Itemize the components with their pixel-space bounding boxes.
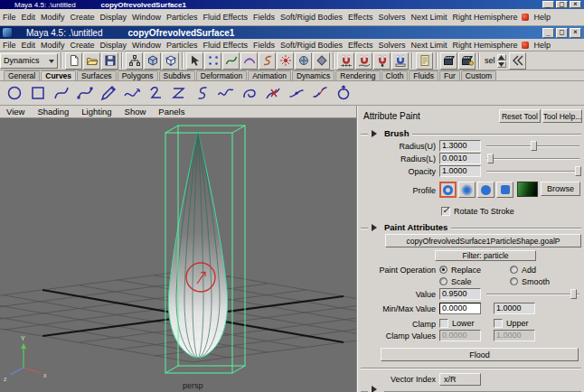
shelf-tab-dynamics[interactable]: Dynamics — [292, 70, 334, 80]
snap-curve-icon[interactable] — [355, 52, 372, 70]
menu-effects[interactable]: Effects — [345, 13, 375, 22]
radius-l-slider[interactable] — [486, 153, 579, 164]
detach-curve-icon[interactable] — [308, 82, 331, 104]
snap-point-icon[interactable] — [373, 52, 391, 70]
profile-square-button[interactable] — [496, 182, 513, 198]
clamp-upper-checkbox[interactable] — [494, 319, 503, 328]
menu-soft-rigid-bodies[interactable]: Soft/Rigid Bodies — [278, 13, 345, 22]
ui-collapse-icon[interactable] — [509, 52, 526, 70]
select-object-icon[interactable] — [144, 52, 161, 70]
menu-help[interactable]: Help — [531, 41, 553, 50]
render-frame-icon[interactable] — [440, 52, 457, 70]
collapse-arrow-icon[interactable] — [372, 130, 381, 137]
select-hierarchy-icon[interactable] — [126, 52, 143, 70]
spiral-curve-icon[interactable] — [238, 82, 260, 104]
close-button[interactable]: × — [570, 1, 581, 8]
min-value-field[interactable]: 0.0000 — [439, 303, 481, 314]
rotate-to-stroke-checkbox[interactable]: ✓ — [441, 207, 450, 216]
menu-file[interactable]: File — [0, 13, 19, 22]
radius-u-slider[interactable] — [486, 140, 579, 152]
cv-curve-icon[interactable] — [50, 82, 72, 104]
menu-soft-rigid-bodies[interactable]: Soft/Rigid Bodies — [278, 41, 345, 50]
menu-fluid-effects[interactable]: Fluid Effects — [201, 13, 250, 22]
shelf-tab-rendering[interactable]: Rendering — [335, 70, 380, 80]
mask-deformations-icon[interactable] — [259, 52, 276, 70]
file-save-icon[interactable] — [101, 52, 118, 70]
filter-particle-button[interactable]: Filter: particle — [435, 250, 536, 261]
menu-right-hemisphere[interactable]: Right Hemisphere — [449, 41, 520, 50]
menu-window[interactable]: Window — [129, 41, 164, 50]
radius-u-field[interactable]: 1.3000 — [439, 140, 481, 152]
shelf-tab-fluids[interactable]: Fluids — [409, 70, 438, 80]
shelf-tab-custom[interactable]: Custom — [461, 70, 496, 80]
menu-file[interactable]: File — [0, 41, 19, 50]
perspective-viewport[interactable]: Y x z persp — [0, 118, 357, 392]
menu-edit[interactable]: Edit — [19, 13, 39, 22]
menu-right-hemisphere[interactable]: Right Hemisphere — [449, 13, 520, 22]
menu-fields[interactable]: Fields — [250, 41, 278, 50]
sine-curve-icon[interactable] — [214, 82, 237, 104]
snap-plane-icon[interactable] — [391, 52, 409, 70]
mask-dynamics-icon[interactable] — [277, 52, 294, 70]
minimize-button[interactable]: _ — [542, 1, 554, 8]
clamp-lower-checkbox[interactable] — [439, 319, 448, 328]
menu-solvers[interactable]: Solvers — [375, 13, 408, 22]
reset-tool-button[interactable]: Reset Tool — [499, 109, 541, 123]
opacity-slider[interactable] — [486, 165, 579, 177]
profile-ring-button[interactable] — [439, 182, 457, 198]
shelf-tab-general[interactable]: General — [4, 70, 40, 80]
value-slider[interactable] — [486, 288, 579, 300]
z-curve-icon[interactable] — [167, 82, 190, 104]
viewport-menu-lighting[interactable]: Lighting — [75, 107, 118, 117]
mask-curves-icon[interactable] — [222, 52, 240, 70]
flood-button[interactable]: Flood — [381, 348, 579, 361]
shelf-tab-curves[interactable]: Curves — [41, 70, 76, 80]
menu-display[interactable]: Display — [98, 41, 130, 50]
ep-curve-icon[interactable] — [73, 82, 96, 104]
add-radio[interactable] — [510, 266, 518, 274]
menu-modify[interactable]: Modify — [38, 13, 68, 22]
minimize-button[interactable]: _ — [542, 28, 554, 38]
s-curve-icon[interactable] — [191, 82, 213, 104]
menu-particles[interactable]: Particles — [164, 13, 201, 22]
pencil-curve-icon[interactable] — [97, 82, 119, 104]
menu-next-limit[interactable]: Next Limit — [408, 41, 449, 50]
radius-l-field[interactable]: 0.0010 — [439, 153, 481, 164]
close-button[interactable]: × — [570, 28, 581, 38]
viewport-menu-view[interactable]: View — [0, 107, 31, 117]
menu-set-dropdown[interactable]: Dynamics — [0, 53, 58, 69]
ipr-render-icon[interactable] — [458, 52, 476, 70]
menu-window[interactable]: Window — [129, 13, 164, 22]
active-titlebar[interactable]: Maya 4.5: .\untitled copyOfrevolvedSurfa… — [0, 26, 584, 39]
shelf-tab-surfaces[interactable]: Surfaces — [77, 70, 117, 80]
file-new-icon[interactable] — [65, 52, 82, 70]
cut-curve-icon[interactable] — [261, 82, 284, 104]
mask-surfaces-icon[interactable] — [240, 52, 258, 70]
collapse-arrow-icon[interactable] — [372, 224, 381, 231]
select-component-icon[interactable] — [162, 52, 179, 70]
square-tool-icon[interactable] — [26, 82, 49, 104]
close-curve-icon[interactable] — [332, 82, 354, 104]
opacity-field[interactable]: 1.0000 — [439, 165, 481, 177]
max-value-field[interactable]: 1.0000 — [494, 303, 535, 314]
outer-titlebar[interactable]: Maya 4.5: .\untitled copyOfrevolvedSurfa… — [0, 0, 584, 9]
spin-down-icon[interactable] — [497, 61, 506, 68]
viewport-menu-shading[interactable]: Shading — [31, 107, 75, 117]
viewport-menu-panels[interactable]: Panels — [152, 107, 191, 117]
shelf-tab-subdivs[interactable]: Subdivs — [159, 70, 195, 80]
shelf-tab-polygons[interactable]: Polygons — [118, 70, 158, 80]
curve-fillet-icon[interactable] — [144, 82, 166, 104]
profile-solid-button[interactable] — [477, 182, 495, 198]
circle-tool-icon[interactable] — [3, 82, 25, 104]
menu-effects[interactable]: Effects — [345, 41, 375, 50]
mask-points-icon[interactable] — [204, 52, 221, 70]
paint-attribute-target-button[interactable]: copyOfrevolvedSurface1ParticleShape.goal… — [385, 234, 581, 247]
add-points-icon[interactable] — [120, 82, 143, 104]
history-icon[interactable] — [416, 52, 433, 70]
maximize-button[interactable]: □ — [556, 28, 568, 38]
spin-up-icon[interactable] — [497, 54, 506, 61]
mask-rendering-icon[interactable] — [295, 52, 312, 70]
menu-solvers[interactable]: Solvers — [375, 41, 408, 50]
shelf-tab-cloth[interactable]: Cloth — [381, 70, 409, 80]
menu-particles[interactable]: Particles — [164, 41, 201, 50]
